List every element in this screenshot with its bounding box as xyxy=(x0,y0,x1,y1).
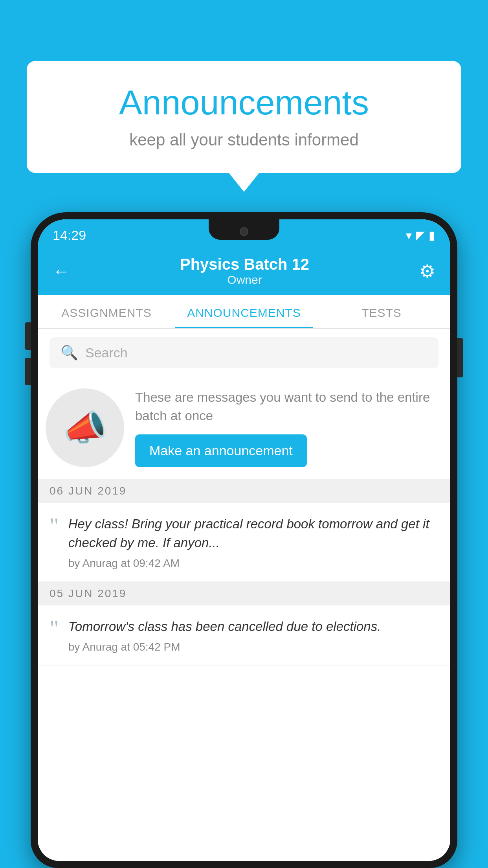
screen-content: 🔍 Search 📣 These are messages you want t… xyxy=(38,329,450,861)
tab-tests[interactable]: TESTS xyxy=(313,295,450,328)
announcement-content-2: Tomorrow's class has been cancelled due … xyxy=(68,617,381,653)
date-divider-1: 06 JUN 2019 xyxy=(38,479,450,503)
volume-down-button[interactable] xyxy=(25,358,31,385)
quote-icon-2: " xyxy=(50,620,59,638)
tab-announcements[interactable]: ANNOUNCEMENTS xyxy=(175,295,313,328)
batch-title: Physics Batch 12 xyxy=(180,256,309,273)
announcement-text-2: Tomorrow's class has been cancelled due … xyxy=(68,617,381,636)
header-title-block: Physics Batch 12 Owner xyxy=(180,256,309,287)
phone-frame: 14:29 ▾ ◤ ▮ ← Physics Batch 12 Owner ⚙ A… xyxy=(31,212,457,868)
power-button[interactable] xyxy=(457,338,463,377)
tabs-bar: ASSIGNMENTS ANNOUNCEMENTS TESTS xyxy=(38,295,450,329)
wifi-icon: ▾ xyxy=(406,228,412,242)
search-icon: 🔍 xyxy=(61,344,78,361)
make-announcement-button[interactable]: Make an announcement xyxy=(135,434,307,467)
speech-bubble-section: Announcements keep all your students inf… xyxy=(27,61,461,173)
promo-icon-circle: 📣 xyxy=(46,388,124,467)
quote-icon-1: " xyxy=(50,517,59,535)
announcements-subtitle: keep all your students informed xyxy=(50,131,438,149)
announcement-item-1[interactable]: " Hey class! Bring your practical record… xyxy=(38,503,450,582)
front-camera xyxy=(240,227,248,236)
announcement-content-1: Hey class! Bring your practical record b… xyxy=(68,515,438,570)
tab-assignments[interactable]: ASSIGNMENTS xyxy=(38,295,175,328)
batch-role: Owner xyxy=(180,273,309,287)
search-container: 🔍 Search xyxy=(38,329,450,377)
phone-notch xyxy=(209,219,279,240)
announcements-title: Announcements xyxy=(50,83,438,123)
megaphone-icon: 📣 xyxy=(63,407,107,449)
promo-content: These are messages you want to send to t… xyxy=(135,388,438,467)
promo-description: These are messages you want to send to t… xyxy=(135,388,438,425)
announcement-item-2[interactable]: " Tomorrow's class has been cancelled du… xyxy=(38,605,450,666)
settings-icon[interactable]: ⚙ xyxy=(419,261,435,282)
search-bar[interactable]: 🔍 Search xyxy=(50,337,438,368)
signal-icon: ◤ xyxy=(416,228,425,242)
search-placeholder: Search xyxy=(85,345,128,360)
volume-up-button[interactable] xyxy=(25,322,31,350)
battery-icon: ▮ xyxy=(429,228,435,242)
promo-section: 📣 These are messages you want to send to… xyxy=(38,377,450,479)
back-button[interactable]: ← xyxy=(53,261,70,281)
status-icons: ▾ ◤ ▮ xyxy=(406,228,435,242)
status-time: 14:29 xyxy=(53,228,86,243)
speech-bubble-card: Announcements keep all your students inf… xyxy=(27,61,461,173)
announcement-text-1: Hey class! Bring your practical record b… xyxy=(68,515,438,552)
announcement-meta-2: by Anurag at 05:42 PM xyxy=(68,641,381,653)
phone-screen: 14:29 ▾ ◤ ▮ ← Physics Batch 12 Owner ⚙ A… xyxy=(38,219,450,861)
announcement-meta-1: by Anurag at 09:42 AM xyxy=(68,557,438,570)
date-divider-2: 05 JUN 2019 xyxy=(38,582,450,605)
app-header: ← Physics Batch 12 Owner ⚙ xyxy=(38,248,450,295)
